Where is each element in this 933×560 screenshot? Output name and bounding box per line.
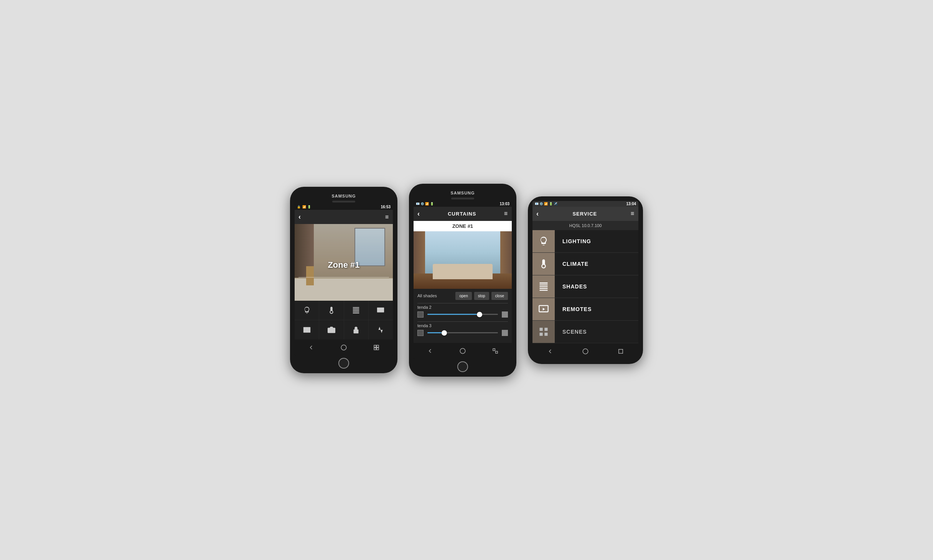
- shade3-name: tenda 3: [417, 323, 508, 328]
- svg-rect-3: [353, 311, 359, 312]
- phone3-title: SERVICE: [539, 211, 631, 217]
- remotes-icon: [538, 304, 549, 315]
- grid-cell-climate[interactable]: [319, 301, 343, 320]
- menu-item-scenes[interactable]: SCENES: [532, 321, 638, 343]
- menu-item-lighting[interactable]: LIGHTING: [532, 230, 638, 253]
- grid-cell-tv[interactable]: [369, 301, 393, 320]
- phone2-back-nav[interactable]: [424, 345, 436, 357]
- menu-item-climate[interactable]: CLIMATE: [532, 253, 638, 275]
- phone2-time: 13:03: [499, 202, 509, 206]
- phone2-home-nav[interactable]: [457, 345, 468, 357]
- phone3-bottom-nav: [532, 343, 638, 359]
- phone3: 📧 ⚙️ 📶 🔋 ✈️ 13:04 ‹ SERVICE ≡ HQSL 10.0.…: [528, 196, 643, 364]
- remotes-icon-box: [532, 298, 555, 320]
- phone3-status-icons: 📧 ⚙️ 📶 🔋 ✈️: [535, 202, 557, 206]
- shades-menu-icon: [538, 281, 549, 292]
- phone1-app-bar: ‹ ≡: [295, 210, 393, 224]
- climate-icon-box: [532, 253, 555, 275]
- phone1-back-nav[interactable]: [305, 342, 317, 353]
- svg-point-7: [330, 329, 333, 331]
- phone3-time: 13:04: [626, 202, 636, 206]
- shades-icon: [352, 306, 360, 315]
- svg-rect-4: [353, 313, 359, 313]
- svg-rect-15: [493, 349, 495, 351]
- phone1-screen: 🔒 📶 🔋 16:53 ‹ ≡ Zone #1: [295, 204, 393, 356]
- phone3-screen: 📧 ⚙️ 📶 🔋 ✈️ 13:04 ‹ SERVICE ≡ HQSL 10.0.…: [532, 201, 638, 359]
- shade2-track[interactable]: [427, 314, 498, 315]
- phone2-room-image: [414, 231, 512, 289]
- phone1-menu-btn[interactable]: ≡: [385, 214, 389, 221]
- shade3-slider-row: [417, 330, 508, 336]
- shade2-thumb[interactable]: [477, 312, 482, 317]
- phone3-back-nav[interactable]: [544, 346, 556, 357]
- phone1-zone-bg: Zone #1: [295, 224, 393, 301]
- phone2-recents-nav[interactable]: [490, 345, 501, 357]
- shade3-fill: [427, 332, 442, 333]
- phone2-brand: SAMSUNG: [414, 188, 512, 197]
- svg-rect-2: [353, 310, 359, 311]
- phone1-time: 16:53: [381, 205, 391, 209]
- svg-rect-24: [544, 328, 547, 331]
- phone3-menu-btn[interactable]: ≡: [631, 210, 635, 217]
- svg-point-27: [583, 349, 588, 354]
- svg-rect-28: [619, 349, 623, 353]
- grid-cell-film[interactable]: [295, 320, 319, 339]
- phone1-brand: SAMSUNG: [295, 191, 393, 200]
- svg-rect-5: [377, 308, 384, 313]
- menu-item-shades[interactable]: SHADES: [532, 275, 638, 298]
- shade3-thumb[interactable]: [442, 330, 447, 336]
- all-shades-label: All shades: [417, 293, 453, 298]
- shade2-left-icon: [417, 311, 424, 318]
- grid-cell-lock[interactable]: [344, 320, 368, 339]
- grid-cell-camera[interactable]: [319, 320, 343, 339]
- phone1-recents-nav[interactable]: [371, 342, 382, 353]
- zone-name-overlay: Zone #1: [295, 277, 393, 278]
- phone2-back-btn[interactable]: ‹: [417, 210, 420, 218]
- divider2: [417, 321, 508, 322]
- divider1: [417, 303, 508, 303]
- phone2: SAMSUNG 📧 ⚙️ 📶 🔋 13:03 ‹ CURTAINS ≡ ZONE…: [409, 184, 516, 377]
- svg-rect-1: [353, 308, 359, 309]
- chart-icon: [376, 326, 385, 334]
- phone2-bottom-nav: [414, 343, 512, 359]
- close-btn[interactable]: close: [491, 292, 508, 300]
- grid-cell-lighting[interactable]: [295, 301, 319, 320]
- lock-icon: [352, 326, 360, 334]
- phone2-menu-btn[interactable]: ≡: [504, 210, 508, 217]
- shade3-track[interactable]: [427, 332, 498, 333]
- remotes-label: REMOTES: [555, 306, 592, 312]
- shades-label: SHADES: [555, 283, 587, 290]
- lighting-icon: [538, 236, 549, 247]
- climate-icon: [538, 259, 549, 269]
- bulb-icon: [303, 306, 311, 315]
- menu-item-remotes[interactable]: REMOTES: [532, 298, 638, 321]
- phone1-home-button[interactable]: [338, 358, 349, 369]
- svg-rect-25: [540, 333, 543, 336]
- thermo-icon: [327, 306, 336, 315]
- grid-cell-energy[interactable]: [369, 320, 393, 339]
- phone1-home-nav[interactable]: [338, 342, 349, 353]
- phone1: SAMSUNG 🔒 📶 🔋 16:53 ‹ ≡ Zone #1: [290, 187, 397, 373]
- open-btn[interactable]: open: [455, 292, 471, 300]
- phone1-back-btn[interactable]: ‹: [298, 213, 301, 221]
- scenes-label: SCENES: [555, 329, 587, 335]
- phone3-back-btn[interactable]: ‹: [536, 210, 539, 218]
- all-shades-row: All shades open stop close: [417, 292, 508, 300]
- phone3-home-nav[interactable]: [580, 346, 591, 357]
- stop-btn[interactable]: stop: [474, 292, 489, 300]
- zone-label: Zone #1: [295, 260, 393, 270]
- phone2-status-bar: 📧 ⚙️ 📶 🔋 13:03: [414, 201, 512, 207]
- svg-rect-10: [374, 345, 376, 347]
- svg-rect-20: [540, 288, 548, 289]
- shade2-name: tenda 2: [417, 305, 508, 310]
- shades-icon-box: [532, 275, 555, 298]
- lighting-label: LIGHTING: [555, 238, 591, 244]
- phone2-home-button[interactable]: [457, 361, 468, 372]
- svg-rect-0: [353, 307, 359, 308]
- lighting-icon-box: [532, 230, 555, 252]
- phone2-controls: All shades open stop close tenda 2 tenda…: [414, 289, 512, 343]
- shade3-left-icon: [417, 330, 424, 336]
- grid-cell-shades[interactable]: [344, 301, 368, 320]
- shade2-fill: [427, 314, 477, 315]
- phone3-recents-nav[interactable]: [615, 346, 626, 357]
